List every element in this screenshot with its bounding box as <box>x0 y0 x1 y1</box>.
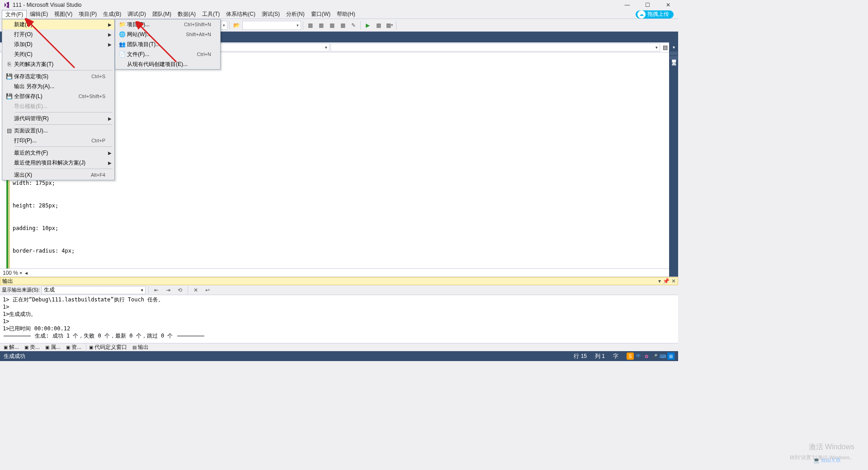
menu-team[interactable]: 团队(M) <box>149 10 175 19</box>
toolbar-btn-b1[interactable]: ▶ <box>363 20 373 30</box>
menu-build[interactable]: 生成(B) <box>100 10 124 19</box>
file-menu-item[interactable]: 导出模板(E)... <box>2 101 114 111</box>
menu-view[interactable]: 视图(V) <box>51 10 75 19</box>
menu-tools[interactable]: 工具(T) <box>199 10 223 19</box>
menu-help[interactable]: 帮助(H) <box>334 10 359 19</box>
file-menu-item[interactable]: ⎘关闭解决方案(T) <box>2 59 114 69</box>
toolbar-btn-a1[interactable]: ▦ <box>305 20 315 30</box>
file-menu-item[interactable]: 打印(P)...Ctrl+P <box>2 136 114 146</box>
new-submenu-item[interactable]: 🌐网站(W)...Shift+Alt+N <box>115 29 220 39</box>
file-menu-item[interactable]: 最近的文件(F)▶ <box>2 148 114 158</box>
menu-data[interactable]: 数据(A) <box>175 10 199 19</box>
file-menu-item[interactable]: 关闭(C) <box>2 49 114 59</box>
file-menu-item[interactable]: 最近使用的项目和解决方案(J)▶ <box>2 158 114 168</box>
minimize-button[interactable]: ― <box>617 0 637 10</box>
toolbar-btn-a5[interactable]: ✎ <box>349 20 359 30</box>
new-submenu-item[interactable]: 📄文件(F)...Ctrl+N <box>115 49 220 59</box>
menu-item-label: 页面设置(U)... <box>14 127 105 135</box>
menu-item-icon: 💾 <box>4 93 14 99</box>
editor-zoom-bar: 100 % ▾ ◂ <box>0 268 669 277</box>
output-source-combo[interactable]: 生成▾ <box>42 286 146 294</box>
menu-file[interactable]: 文件(F) <box>2 10 27 19</box>
bottom-tab-1[interactable]: ▣类... <box>22 343 42 352</box>
menu-item-shortcut: Ctrl+S <box>91 74 105 79</box>
output-btn-wrap[interactable]: ↩ <box>203 285 212 295</box>
tray-icon-1[interactable]: S <box>627 352 634 360</box>
file-menu-item[interactable]: 💾保存选定项(S)Ctrl+S <box>2 71 114 81</box>
bottom-tabs: ▣解... ▣类... ▣属... ▣资... ▣代码定义窗口 ▤输出 <box>0 343 678 351</box>
status-col: 列 1 <box>595 352 605 360</box>
toolbar-btn-a4[interactable]: ▦ <box>338 20 348 30</box>
tray-icon-2[interactable]: ✿ <box>643 352 650 360</box>
toolbar-btn-folder[interactable]: 📂 <box>231 20 241 30</box>
file-menu-item[interactable]: 添加(D)▶ <box>2 39 114 49</box>
rail-tab-solution-explorer[interactable]: 解决方案资源管理器 <box>670 52 678 55</box>
menu-window[interactable]: 窗口(W) <box>308 10 334 19</box>
menu-debug[interactable]: 调试(D) <box>124 10 149 19</box>
panel-dropdown-icon[interactable]: ▾ <box>658 278 661 284</box>
menu-test[interactable]: 测试(S) <box>259 10 283 19</box>
toolbar-btn-a2[interactable]: ▦ <box>316 20 326 30</box>
menu-item-label: 文件(F)... <box>127 51 184 58</box>
bottom-tab-2[interactable]: ▣属... <box>42 343 63 352</box>
zoom-dropdown-icon[interactable]: ▾ <box>20 271 22 275</box>
titlebar: 111 - Microsoft Visual Studio ― ☐ ✕ <box>0 0 678 10</box>
output-toolbar: 显示输出来源(S): 生成▾ ⇤ ⇥ ⟲ ✕ ↩ <box>0 285 678 295</box>
new-submenu-item[interactable]: 📁项目(P)...Ctrl+Shift+N <box>115 19 220 29</box>
tray-icon-3[interactable]: 🎤 <box>651 352 658 360</box>
rail-tab-toolbox[interactable]: 工具箱 <box>670 56 678 60</box>
submenu-arrow-icon: ▶ <box>108 42 112 47</box>
output-panel: 输出 ▾ 📌 ✕ 显示输出来源(S): 生成▾ ⇤ ⇥ ⟲ ✕ ↩ 1> 正在对… <box>0 277 678 343</box>
menu-analyze[interactable]: 分析(N) <box>283 10 308 19</box>
file-menu-item[interactable]: 输出 另存为(A)... <box>2 81 114 91</box>
submenu-arrow-icon: ▶ <box>108 116 112 121</box>
tray-icon-4[interactable]: ⌨ <box>659 352 666 360</box>
file-menu-item[interactable]: 源代码管理(R)▶ <box>2 113 114 123</box>
toolbar-btn-b3[interactable]: ▦▾ <box>384 20 394 30</box>
output-panel-title[interactable]: 输出 ▾ 📌 ✕ <box>0 277 678 285</box>
output-btn-clear[interactable]: ✕ <box>191 285 201 295</box>
output-btn-1[interactable]: ⇤ <box>151 285 161 295</box>
menu-edit[interactable]: 编辑(E) <box>27 10 51 19</box>
menu-item-shortcut: Alt+F4 <box>91 172 105 178</box>
file-menu-item[interactable]: 退出(X)Alt+F4 <box>2 170 114 180</box>
bottom-tab-code-def[interactable]: ▣代码定义窗口 <box>86 343 130 352</box>
menu-item-shortcut: Ctrl+N <box>197 52 211 57</box>
bottom-tab-3[interactable]: ▣资... <box>63 343 84 352</box>
menu-item-shortcut: Ctrl+P <box>91 138 105 143</box>
panel-close-icon[interactable]: ✕ <box>671 278 676 284</box>
bottom-tab-0[interactable]: ▣解... <box>1 343 22 352</box>
toolbar-btn-b2[interactable]: ▦ <box>373 20 383 30</box>
zoom-level[interactable]: 100 % <box>3 270 18 276</box>
tray-icon-5[interactable]: ⊞ <box>667 352 675 360</box>
output-body[interactable]: 1> 正在对“Debug\111.lastbuildstate”执行 Touch… <box>0 295 678 343</box>
output-btn-2[interactable]: ⇥ <box>163 285 173 295</box>
close-button[interactable]: ✕ <box>658 0 678 10</box>
toolbar-btn-a3[interactable]: ▦ <box>327 20 337 30</box>
file-menu-item[interactable]: ▤页面设置(U)... <box>2 126 114 136</box>
submenu-arrow-icon: ▶ <box>108 32 112 37</box>
toolbar-combo-wide[interactable]: ▾ <box>242 21 301 30</box>
panel-pin-icon[interactable]: 📌 <box>663 278 670 284</box>
menu-architecture[interactable]: 体系结构(C) <box>223 10 259 19</box>
menu-item-label: 退出(X) <box>14 171 77 179</box>
split-toggle-icon[interactable]: ▤ <box>661 44 669 51</box>
new-submenu-item[interactable]: 👥团队项目(T)... <box>115 39 220 49</box>
menu-item-shortcut: Ctrl+Shift+N <box>184 22 211 27</box>
vs-logo-icon <box>3 1 10 9</box>
bottom-tab-output[interactable]: ▤输出 <box>130 343 151 352</box>
nav-combo-right[interactable]: ▾ <box>330 43 660 52</box>
maximize-button[interactable]: ☐ <box>637 0 658 10</box>
menu-project[interactable]: 项目(P) <box>75 10 100 19</box>
menu-item-label: 打印(P)... <box>14 137 78 145</box>
toolbar-combo-small[interactable]: ▾ <box>221 21 227 30</box>
menu-item-icon: 📄 <box>117 51 127 57</box>
file-menu-item[interactable]: 新建(N)▶ <box>2 19 114 29</box>
tray-icon-ime[interactable]: 中 <box>635 352 642 360</box>
file-menu-item[interactable]: 💾全部保存(L)Ctrl+Shift+S <box>2 91 114 101</box>
upload-button[interactable]: ☁ 拖拽上传 <box>636 10 674 19</box>
file-menu-item[interactable]: 打开(O)▶ <box>2 29 114 39</box>
output-btn-3[interactable]: ⟲ <box>175 285 185 295</box>
rail-dropdown-icon[interactable]: ▾ <box>670 43 677 51</box>
new-submenu-item[interactable]: 从现有代码创建项目(E)... <box>115 59 220 69</box>
